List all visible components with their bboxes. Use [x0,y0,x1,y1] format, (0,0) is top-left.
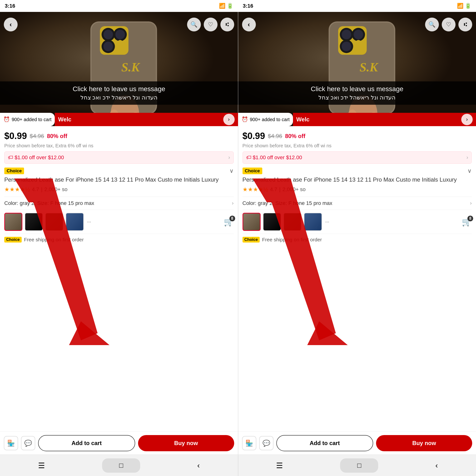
panel-left: S.K ‹ 🔍 ♡ ⑆ [0,12,238,455]
variant-black-left[interactable] [25,213,43,231]
color-size-row-right[interactable]: Color: gray 2, Size: F hone 15 pro max › [242,197,472,210]
wishlist-icon-right[interactable]: ♡ [442,17,456,32]
chat-icon-right[interactable]: 💬 [259,436,273,450]
shipping-text-left: Free shipping on first order [24,237,84,242]
cart-icon-with-count-right[interactable]: 🛒 8 [462,217,472,227]
notification-line1-right: Click here to leave us message [243,85,472,93]
expand-icon-left[interactable]: ∨ [229,168,234,174]
svg-text:S.K: S.K [121,60,140,74]
menu-btn-left[interactable]: ☰ [38,461,45,470]
action-bar-right: 🏪 💬 Add to cart Buy now [238,431,476,455]
back-button-right[interactable]: ‹ [242,17,256,32]
variant-green-right[interactable] [284,213,302,231]
svg-point-25 [341,30,351,39]
svg-point-30 [355,40,361,46]
svg-point-5 [103,30,113,39]
product-image-left: S.K ‹ 🔍 ♡ ⑆ [0,12,238,126]
cart-count-left: 8 [229,216,235,221]
svg-point-7 [116,30,125,39]
welcome-banner-right: Welc [293,113,476,126]
add-to-cart-button-left[interactable]: Add to cart [38,435,135,451]
product-title-right: Personalized Leath ase For iPhone 15 14 … [242,176,457,184]
add-to-cart-button-right[interactable]: Add to cart [276,435,374,451]
more-variants-btn-right[interactable]: ··· [324,218,330,225]
discount-badge-left: 80% off [47,133,67,139]
variant-thumbnails-left: ··· 🛒 8 [4,213,234,234]
price-current-left: $0.99 [4,131,27,141]
coupon-row-right[interactable]: 🏷 $1.00 off over $12.00 › [242,151,472,164]
back-nav-btn-right[interactable]: ‹ [435,461,438,470]
chat-icon-left[interactable]: 💬 [21,436,35,450]
status-time-left: 3:16 [5,3,15,9]
notification-line1-left: Click here to leave us message [5,85,233,93]
welcome-banner-left: Welc [55,113,238,126]
price-note-right: Price shown before tax, Extra 6% off wi … [242,143,472,149]
wishlist-icon-left[interactable]: ♡ [204,17,218,32]
next-btn-right[interactable]: › [461,114,473,125]
menu-btn-right[interactable]: ☰ [276,461,283,470]
status-time-right: 3:16 [243,3,253,9]
store-icon-right[interactable]: 🏪 [242,436,256,450]
price-current-right: $0.99 [242,131,265,141]
notification-banner-left[interactable]: Click here to leave us message העדוה ונל… [0,81,238,105]
bottom-nav-right: ☰ □ ‹ [238,455,476,476]
expand-icon-right[interactable]: ∨ [467,168,472,174]
product-info-left: $0.99 $4.96 80% off Price shown before t… [0,126,238,431]
notification-line2-left: העדוה ונל ריאשהל ידכ ואכ צחל [5,94,233,101]
buy-now-button-left[interactable]: Buy now [138,435,234,451]
choice-badge-right: Choice [242,168,262,174]
variant-black-right[interactable] [263,213,281,231]
svg-point-27 [354,30,363,39]
search-icon-left[interactable]: 🔍 [187,17,201,32]
back-button-left[interactable]: ‹ [4,17,17,32]
coupon-row-left[interactable]: 🏷 $1.00 off over $12.00 › [4,151,234,164]
price-original-left: $4.96 [30,133,44,139]
buy-now-button-right[interactable]: Buy now [376,435,472,451]
sold-count-left: ⏰ 900+ added to cart [0,113,55,126]
variant-blue-left[interactable] [66,213,84,231]
product-info-right: $0.99 $4.96 80% off Price shown before t… [238,126,476,431]
variant-gray-right[interactable] [242,213,261,231]
price-note-left: Price shown before tax, Extra 6% off wi … [4,143,234,149]
status-icons-right: 📶 🔋 [457,3,471,9]
search-icon-right[interactable]: 🔍 [425,17,439,32]
choice-badge-left: Choice [4,168,24,174]
notification-line2-right: העדוה ונל ריאשהל ידכ ואכ צחל [243,94,472,101]
discount-badge-right: 80% off [285,133,305,139]
price-original-right: $4.96 [268,133,282,139]
shipping-choice-badge-left: Choice [4,237,22,242]
home-btn-left[interactable]: □ [102,459,140,473]
variant-gray-left[interactable] [4,213,22,231]
panel-right: S.K ‹ 🔍 ♡ ⑆ Click here to leave us m [238,12,476,455]
shipping-text-right: Free shipping on first order [262,237,322,242]
svg-point-10 [117,40,123,46]
variant-green-left[interactable] [45,213,63,231]
product-image-right: S.K ‹ 🔍 ♡ ⑆ Click here to leave us m [238,12,476,126]
variant-thumbnails-right: ··· 🛒 8 [242,213,472,234]
shipping-choice-badge-right: Choice [242,237,260,242]
share-icon-left[interactable]: ⑆ [221,17,234,32]
cart-icon-with-count-left[interactable]: 🛒 8 [224,217,234,227]
variant-blue-right[interactable] [304,213,322,231]
share-icon-right[interactable]: ⑆ [459,17,472,32]
action-bar-left: 🏪 💬 Add to cart Buy now [0,431,238,455]
product-title-left: Personalized Leath ase For iPhone 15 14 … [4,176,219,184]
bottom-nav-left: ☰ □ ‹ [0,455,238,476]
more-variants-btn-left[interactable]: ··· [86,218,92,225]
home-btn-right[interactable]: □ [340,459,378,473]
color-size-row-left[interactable]: Color: gray 2, Size: F hone 15 pro max › [4,197,234,210]
rating-left: 4.7 [32,186,39,192]
next-btn-left[interactable]: › [223,114,235,125]
cart-count-right: 8 [467,216,473,221]
sold-count-text-left: 2,000+ so [44,186,67,192]
sold-count-text-right: 2,000+ so [283,186,306,192]
svg-point-9 [103,42,113,51]
back-nav-btn-left[interactable]: ‹ [197,461,200,470]
stars-right: ★★★★½ [242,186,268,193]
shipping-row-right: Choice Free shipping on first order [242,237,472,244]
stars-left: ★★★★½ [4,186,30,193]
shipping-row-left: Choice Free shipping on first order [4,237,234,244]
store-icon-left[interactable]: 🏪 [4,436,18,450]
rating-right: 4.7 [270,186,277,192]
notification-banner-right[interactable]: Click here to leave us message העדוה ונל… [238,81,476,105]
